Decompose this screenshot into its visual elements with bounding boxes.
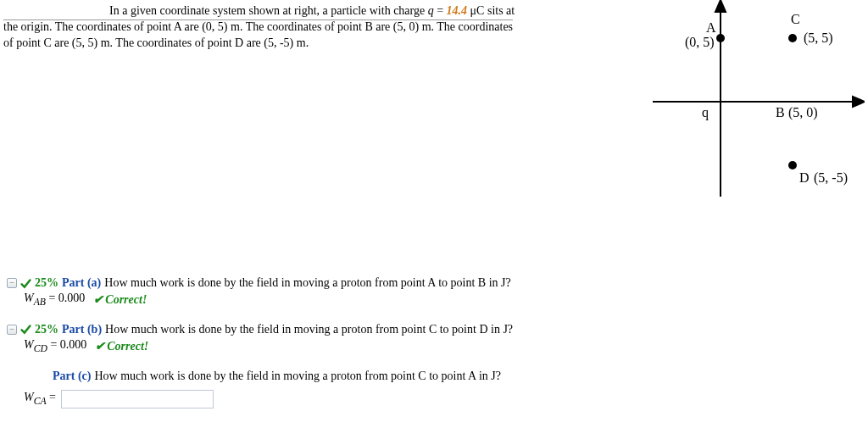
part-c-answer-input[interactable] — [61, 390, 214, 408]
collapse-icon[interactable]: − — [7, 325, 17, 335]
part-b-var: W — [24, 338, 34, 351]
coordinate-diagram: A (0, 5) C (5, 5) B (5, 0) D (5, -5) q — [610, 0, 865, 212]
part-b-value: = 0.000 — [47, 338, 86, 351]
eq-sign: = — [434, 4, 447, 17]
coord-c: (5, 5) — [804, 31, 833, 46]
point-c-dot — [788, 34, 797, 42]
coord-d: (5, -5) — [814, 170, 848, 186]
part-a-question: How much work is done by the field in mo… — [104, 276, 510, 290]
q-value: 14.4 — [447, 4, 468, 17]
part-a-value: = 0.000 — [46, 292, 85, 304]
coord-a: (0, 5) — [685, 35, 715, 50]
part-c-sub: CA — [34, 396, 47, 407]
part-b-question: How much work is done by the field in mo… — [105, 323, 513, 336]
problem-line2: the origin. The coordinates of point A a… — [3, 19, 513, 33]
part-b-pct: 25% — [35, 323, 58, 336]
part-a: − 25% Part (a) How much work is done by … — [7, 276, 600, 308]
part-c: Part (c) How much work is done by the fi… — [7, 370, 600, 408]
q-symbol: q — [428, 4, 434, 17]
x-axis-arrow — [853, 97, 865, 107]
part-c-label: Part (c) — [53, 370, 91, 383]
y-axis-arrow — [715, 0, 726, 12]
check-icon — [20, 324, 31, 335]
part-a-pct: 25% — [35, 276, 58, 290]
part-a-label: Part (a) — [62, 276, 101, 290]
label-a: A — [706, 20, 716, 35]
problem-statement: In a given coordinate system shown at ri… — [0, 3, 593, 52]
q-unit: μC sits at — [467, 4, 515, 17]
part-c-var: W — [24, 391, 34, 403]
coord-b: (5, 0) — [788, 105, 818, 120]
part-a-correct: ✔Correct! — [93, 292, 147, 307]
point-a-dot — [716, 34, 725, 42]
point-d-dot — [788, 161, 797, 169]
label-d: D — [799, 170, 810, 185]
part-c-question: How much work is done by the field in mo… — [94, 370, 500, 383]
collapse-icon[interactable]: − — [7, 278, 17, 288]
parts-container: − 25% Part (a) How much work is done by … — [7, 276, 600, 424]
part-a-var: W — [24, 292, 34, 304]
label-c: C — [791, 12, 800, 26]
problem-line1-prefix: In a given coordinate system shown at ri… — [109, 4, 428, 17]
part-b-sub: CD — [34, 343, 47, 354]
label-q: q — [702, 105, 709, 120]
part-b-label: Part (b) — [62, 323, 102, 336]
part-a-sub: AB — [34, 297, 46, 308]
part-c-eq: = — [47, 391, 56, 403]
label-b: B — [776, 105, 785, 119]
check-icon — [20, 278, 31, 289]
part-b: − 25% Part (b) How much work is done by … — [7, 323, 600, 354]
part-b-correct: ✔Correct! — [95, 339, 148, 353]
problem-line3: of point C are (5, 5) m. The coordinates… — [3, 36, 309, 49]
